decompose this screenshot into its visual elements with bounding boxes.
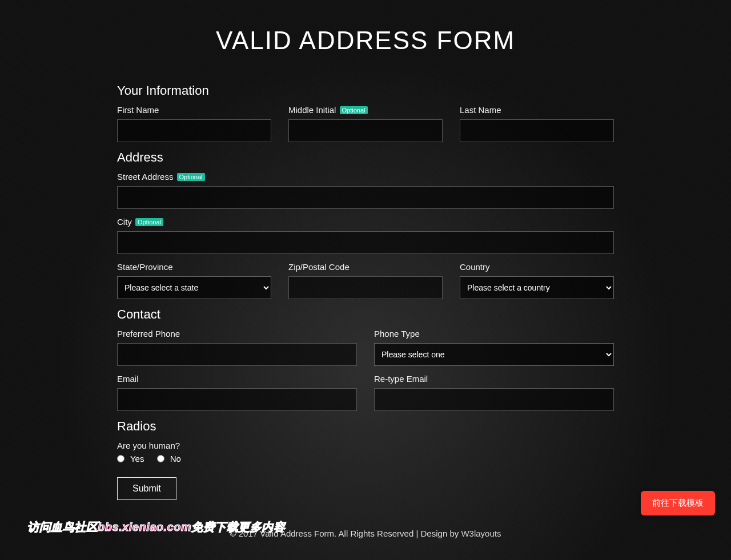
middle-initial-input[interactable] xyxy=(288,119,443,142)
first-name-input[interactable] xyxy=(117,119,271,142)
last-name-input[interactable] xyxy=(460,119,614,142)
phone-type-select[interactable]: Please select one xyxy=(374,343,614,366)
footer-text: © 2017 Valid Address Form. All Rights Re… xyxy=(230,529,461,538)
zip-input[interactable] xyxy=(288,276,443,299)
radios-group: Yes No xyxy=(117,454,614,464)
state-label: State/Province xyxy=(117,262,271,272)
page-title: VALID ADDRESS FORM xyxy=(0,0,731,78)
street-label: Street Address Optional xyxy=(117,172,614,182)
last-name-label: Last Name xyxy=(460,105,614,115)
optional-badge: Optional xyxy=(177,173,205,181)
first-name-label: First Name xyxy=(117,105,271,115)
retype-email-input[interactable] xyxy=(374,388,614,411)
section-heading-address: Address xyxy=(117,150,614,165)
page-footer: © 2017 Valid Address Form. All Rights Re… xyxy=(0,529,731,555)
section-heading-contact: Contact xyxy=(117,307,614,322)
radio-yes-label[interactable]: Yes xyxy=(117,454,147,464)
phone-type-label: Phone Type xyxy=(374,329,614,339)
optional-badge: Optional xyxy=(340,106,368,114)
radio-no-text: No xyxy=(170,454,181,464)
optional-badge: Optional xyxy=(135,218,163,226)
footer-link[interactable]: W3layouts xyxy=(461,529,501,538)
radio-yes-text: Yes xyxy=(130,454,144,464)
country-select[interactable]: Please select a country xyxy=(460,276,614,299)
middle-initial-label-text: Middle Initial xyxy=(288,105,336,115)
street-input[interactable] xyxy=(117,186,614,209)
submit-button[interactable]: Submit xyxy=(117,477,176,500)
radios-question: Are you human? xyxy=(117,441,614,450)
section-heading-radios: Radios xyxy=(117,419,614,434)
retype-email-label: Re-type Email xyxy=(374,374,614,384)
middle-initial-label: Middle Initial Optional xyxy=(288,105,443,115)
state-select[interactable]: Please select a state xyxy=(117,276,271,299)
email-label: Email xyxy=(117,374,357,384)
form-container: Your Information First Name Middle Initi… xyxy=(117,83,614,529)
email-input[interactable] xyxy=(117,388,357,411)
city-label: City Optional xyxy=(117,217,614,227)
country-label: Country xyxy=(460,262,614,272)
radio-no-input[interactable] xyxy=(157,455,164,462)
zip-label: Zip/Postal Code xyxy=(288,262,443,272)
section-heading-info: Your Information xyxy=(117,83,614,98)
phone-label: Preferred Phone xyxy=(117,329,357,339)
street-label-text: Street Address xyxy=(117,172,173,182)
radio-no-label[interactable]: No xyxy=(157,454,181,464)
city-input[interactable] xyxy=(117,231,614,254)
radio-yes-input[interactable] xyxy=(117,455,124,462)
download-template-button[interactable]: 前往下载模板 xyxy=(641,491,715,515)
city-label-text: City xyxy=(117,217,132,227)
phone-input[interactable] xyxy=(117,343,357,366)
